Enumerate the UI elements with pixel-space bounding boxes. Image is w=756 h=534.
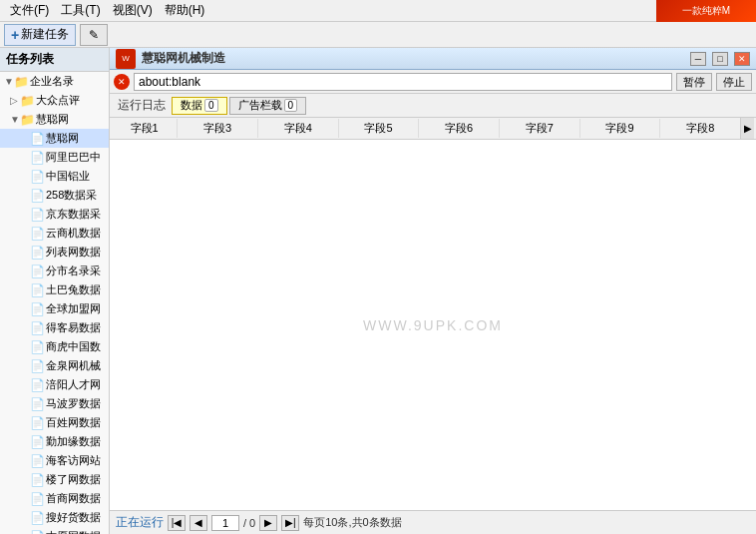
run-status: 正在运行 (116, 514, 164, 531)
minimize-button[interactable]: ─ (690, 52, 706, 66)
doc-icon: 📄 (30, 132, 44, 146)
pagination-bar: 正在运行 |◀ ◀ / 0 ▶ ▶| 每页10条,共0条数据 (110, 510, 756, 534)
doc-icon: 📄 (30, 397, 44, 411)
pause-button[interactable]: 暂停 (676, 73, 712, 91)
close-button[interactable]: ✕ (734, 52, 750, 66)
list-item[interactable]: 📄 商虎中国数 (0, 337, 109, 356)
list-item[interactable]: 📄 京东数据采 (0, 205, 109, 224)
column-headers: 字段1 字段3 字段4 字段5 字段6 字段7 字段9 字段8 ▶ (110, 118, 756, 140)
list-item[interactable]: 📄 分市名录采 (0, 262, 109, 280)
doc-icon: 📄 (30, 359, 44, 373)
doc-icon: 📄 (30, 492, 44, 506)
list-item[interactable]: 📄 搜好货数据 (0, 508, 109, 527)
list-item[interactable]: 📄 列表网数据 (0, 243, 109, 262)
doc-icon: 📄 (30, 170, 44, 184)
address-input[interactable] (134, 73, 672, 91)
list-item[interactable]: 📄 勤加缘数据 (0, 432, 109, 451)
list-item[interactable]: 📄 志愿网数据 (0, 527, 109, 534)
tree-root[interactable]: ▼ 📁 企业名录 (0, 72, 109, 91)
edit-icon: ✎ (89, 28, 99, 42)
new-task-label: 新建任务 (21, 26, 69, 43)
list-item[interactable]: 📄 楼了网数据 (0, 470, 109, 489)
tree-item-label: 百姓网数据 (46, 415, 101, 430)
doc-icon: 📄 (30, 321, 44, 335)
folder-icon: 📁 (14, 75, 28, 89)
tree-area[interactable]: ▼ 📁 企业名录 ▷ 📁 大众点评 ▼ 📁 慧聪网 📄 慧聪网 (0, 72, 109, 534)
address-bar: 暂停 停止 (110, 70, 756, 94)
col-header: 字段6 (419, 119, 500, 138)
menu-tools[interactable]: 工具(T) (55, 0, 106, 21)
list-item[interactable]: 📄 中国铝业 (0, 167, 109, 186)
column-toggle[interactable]: ▶ (740, 118, 754, 139)
log-label: 运行日志 (114, 97, 170, 114)
tree-item-label: 土巴兔数据 (46, 282, 101, 297)
first-page-button[interactable]: |◀ (168, 515, 186, 531)
edit-button[interactable]: ✎ (80, 24, 108, 46)
inner-title-bar: W 慧聪网机械制造 ─ □ ✕ (110, 48, 756, 70)
menu-bar: 文件(F) 工具(T) 视图(V) 帮助(H) 一款纯粹M (0, 0, 756, 22)
tab-ad-count: 0 (284, 99, 298, 112)
prev-page-button[interactable]: ◀ (189, 515, 207, 531)
col-header: 字段9 (580, 119, 661, 138)
maximize-button[interactable]: □ (712, 52, 728, 66)
folder-icon: 📁 (20, 113, 34, 127)
tree-item-label: 得客易数据 (46, 320, 101, 335)
list-item[interactable]: 📄 得客易数据 (0, 318, 109, 337)
page-input[interactable] (211, 515, 239, 531)
doc-icon: 📄 (30, 511, 44, 525)
list-item[interactable]: 📄 涪阳人才网 (0, 375, 109, 394)
doc-icon: 📄 (30, 246, 44, 260)
tree-arrow: ▼ (4, 76, 14, 87)
right-panel: W 慧聪网机械制造 ─ □ ✕ 暂停 停止 运行日志 数据 0 广告栏载 0 (110, 48, 756, 534)
doc-icon: 📄 (30, 435, 44, 449)
list-item[interactable]: ▷ 📁 大众点评 (0, 91, 109, 110)
list-item[interactable]: 📄 土巴兔数据 (0, 280, 109, 299)
list-item[interactable]: 📄 马波罗数据 (0, 394, 109, 413)
log-tabs: 运行日志 数据 0 广告栏载 0 (110, 94, 756, 118)
list-item[interactable]: 📄 云商机数据 (0, 224, 109, 243)
list-item[interactable]: 📄 阿里巴巴中 (0, 148, 109, 167)
tree-item-label: 企业名录 (30, 74, 74, 89)
wolf-icon: W (116, 49, 136, 69)
doc-icon: 📄 (30, 416, 44, 430)
tree-item-label: 列表网数据 (46, 245, 101, 260)
col-header: 字段1 (112, 119, 178, 138)
tree-item-label: 京东数据采 (46, 207, 101, 222)
tree-item-label: 首商网数据 (46, 491, 101, 506)
col-header: 字段3 (178, 119, 258, 138)
list-item[interactable]: 📄 海客访网站 (0, 451, 109, 470)
tree-item-label: 慧聪网 (46, 131, 79, 146)
stop-button[interactable]: 停止 (716, 73, 752, 91)
list-item[interactable]: ▼ 📁 慧聪网 (0, 110, 109, 129)
list-item[interactable]: 📄 首商网数据 (0, 489, 109, 508)
list-item[interactable]: 📄 258数据采 (0, 186, 109, 205)
menu-file[interactable]: 文件(F) (4, 0, 55, 21)
doc-icon: 📄 (30, 208, 44, 222)
tree-item-label: 商虎中国数 (46, 339, 101, 354)
page-total: / 0 (243, 517, 255, 529)
stop-icon (114, 74, 130, 90)
per-page-info: 每页10条,共0条数据 (303, 515, 401, 530)
data-area: WWW.9UPK.COM (110, 140, 756, 510)
list-item[interactable]: 📄 百姓网数据 (0, 413, 109, 432)
last-page-button[interactable]: ▶| (281, 515, 299, 531)
list-item[interactable]: 📄 金泉网机械 (0, 356, 109, 375)
menu-view[interactable]: 视图(V) (107, 0, 159, 21)
tab-data[interactable]: 数据 0 (172, 97, 227, 115)
tree-item-label: 分市名录采 (46, 264, 101, 278)
menu-help[interactable]: 帮助(H) (159, 0, 211, 21)
tree-item-label: 云商机数据 (46, 226, 101, 241)
list-item[interactable]: 📄 慧聪网 (0, 129, 109, 148)
new-task-button[interactable]: + 新建任务 (4, 24, 76, 46)
left-panel: 任务列表 ▼ 📁 企业名录 ▷ 📁 大众点评 ▼ 📁 慧聪网 📄 慧聪网 (0, 48, 110, 534)
tab-ad[interactable]: 广告栏载 0 (229, 97, 307, 115)
tab-data-count: 0 (204, 99, 218, 112)
main-area: 任务列表 ▼ 📁 企业名录 ▷ 📁 大众点评 ▼ 📁 慧聪网 📄 慧聪网 (0, 48, 756, 534)
col-header: 字段5 (339, 119, 420, 138)
col-header: 字段8 (660, 119, 740, 138)
next-page-button[interactable]: ▶ (259, 515, 277, 531)
doc-icon: 📄 (30, 530, 44, 535)
folder-icon: 📁 (20, 94, 34, 108)
list-item[interactable]: 📄 全球加盟网 (0, 299, 109, 318)
toolbar: + 新建任务 ✎ (0, 22, 756, 48)
